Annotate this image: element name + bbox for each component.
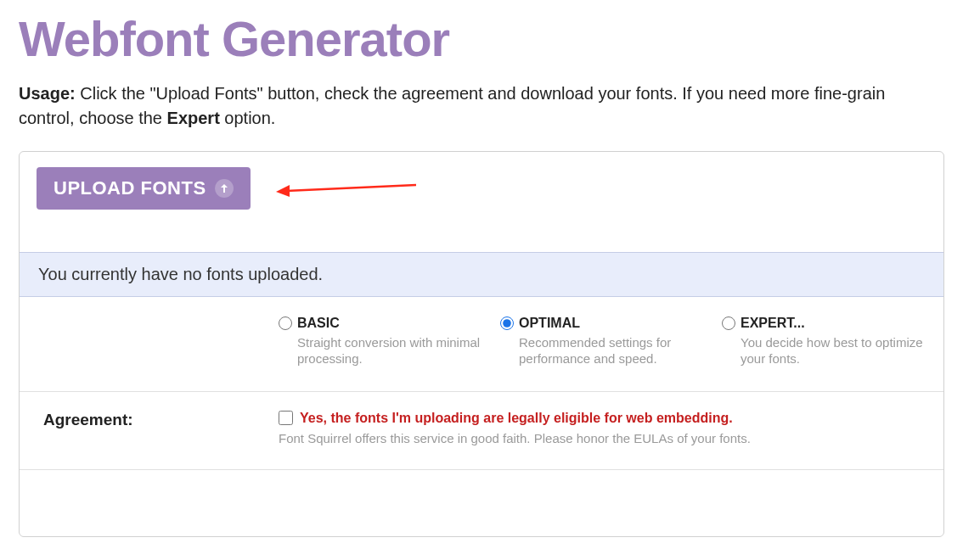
svg-marker-1 [276,185,290,197]
radio-optimal-label[interactable]: OPTIMAL [519,316,580,331]
page-title: Webfont Generator [19,12,944,66]
agreement-section-label: Agreement: [43,411,133,428]
option-optimal: OPTIMAL Recommended settings for perform… [500,316,722,367]
agreement-checkbox[interactable] [279,411,293,425]
agreement-checkbox-label[interactable]: Yes, the fonts I'm uploading are legally… [300,411,733,426]
conversion-options: BASIC Straight conversion with minimal p… [20,297,943,392]
main-panel: UPLOAD FONTS You currently have no fonts… [19,151,944,537]
radio-optimal[interactable] [500,316,514,330]
status-message: You currently have no fonts uploaded. [20,252,943,297]
agreement-note: Font Squirrel offers this service in goo… [279,431,943,445]
option-optimal-desc: Recommended settings for performance and… [500,334,705,367]
usage-part2: option. [220,109,276,127]
usage-text: Usage: Click the "Upload Fonts" button, … [19,81,944,131]
radio-expert[interactable] [722,316,735,330]
radio-basic-label[interactable]: BASIC [297,316,340,331]
radio-basic[interactable] [279,316,292,330]
option-basic-desc: Straight conversion with minimal process… [279,334,483,367]
upload-button-label: UPLOAD FONTS [54,177,206,199]
option-expert: EXPERT... You decide how best to optimiz… [722,316,943,367]
usage-part1: Click the "Upload Fonts" button, check t… [19,84,885,127]
upload-fonts-button[interactable]: UPLOAD FONTS [37,167,251,210]
radio-expert-label[interactable]: EXPERT... [741,316,805,331]
option-basic: BASIC Straight conversion with minimal p… [279,316,500,367]
upload-icon [215,179,234,198]
annotation-arrow-icon [276,178,416,199]
usage-label: Usage: [19,84,76,103]
svg-line-0 [286,185,416,191]
upload-section: UPLOAD FONTS [20,152,943,252]
agreement-section: Agreement: Yes, the fonts I'm uploading … [20,392,943,470]
usage-expert-word: Expert [167,109,220,127]
option-expert-desc: You decide how best to optimize your fon… [722,334,926,367]
bottom-spacer [20,470,943,536]
